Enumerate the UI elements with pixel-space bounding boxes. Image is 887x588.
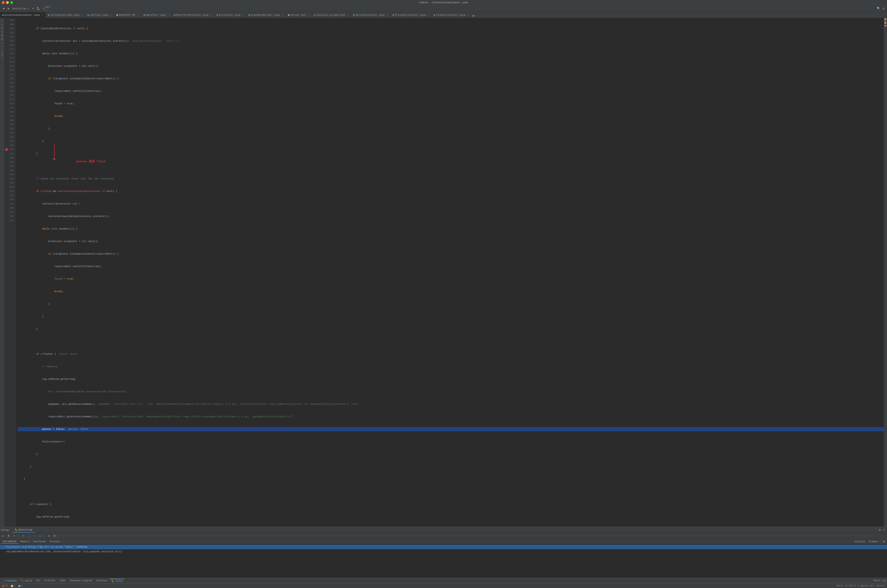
- tab-servletcontext[interactable]: ServletContext.java ×: [351, 12, 390, 18]
- debug-frame-validatemanifest[interactable]: validateManifestResources:334, Extension…: [0, 549, 887, 554]
- close-button[interactable]: [2, 1, 5, 4]
- settings-button[interactable]: ⚙: [881, 6, 885, 10]
- tab-close-icon[interactable]: ×: [42, 14, 43, 16]
- gutter-error-3[interactable]: [884, 26, 886, 27]
- tab-server-xml[interactable]: server.xml ×: [286, 12, 312, 18]
- tab-close-icon[interactable]: ×: [428, 14, 429, 16]
- tab-standardserver[interactable]: StandardServer.java ×: [246, 12, 285, 18]
- gutter-warning-4[interactable]: [884, 23, 886, 24]
- debug-button[interactable]: 🐛: [36, 6, 41, 10]
- debug-filter-button[interactable]: ⊞: [882, 540, 886, 544]
- gutter-warning-1[interactable]: [884, 18, 886, 19]
- debug-run-to-cursor-button[interactable]: ⇥: [38, 534, 42, 538]
- sidebar-pull-requests-icon[interactable]: PR: [0, 26, 4, 30]
- tab-close-icon[interactable]: ×: [347, 14, 348, 16]
- sequence-diagram-button[interactable]: Sequence Diagram: [68, 579, 94, 582]
- tab-catalina-properties[interactable]: catalina.properties ×: [312, 12, 351, 18]
- sidebar-git-icon[interactable]: G: [0, 49, 4, 52]
- build-button[interactable]: 🔨 Build: [19, 579, 34, 583]
- debug-pause-button[interactable]: ⏸: [6, 534, 11, 538]
- maximize-button[interactable]: [10, 1, 13, 4]
- sidebar-json-parser-icon[interactable]: JP: [0, 30, 4, 33]
- tab-jarfile[interactable]: JarFile.java ×: [85, 12, 114, 18]
- tab-close-icon[interactable]: ×: [137, 14, 139, 16]
- tab-close-icon[interactable]: ×: [282, 14, 283, 16]
- sidebar-structure-icon[interactable]: S: [0, 23, 4, 26]
- profiler-button[interactable]: Profiler: [43, 579, 57, 582]
- gutter-error-2[interactable]: [884, 24, 886, 25]
- tab-manifestresource[interactable]: ManifestResource.java ×: [172, 12, 214, 18]
- breakpoint-334[interactable]: [5, 148, 8, 151]
- tab-label: Manifest.java: [146, 14, 166, 16]
- problems-button[interactable]: ⚠ Problems: [1, 579, 18, 583]
- debug-restore-button[interactable]: ⊞: [53, 534, 57, 538]
- git-status[interactable]: Git: ✓: [47, 6, 51, 10]
- nav-back-button[interactable]: ◀: [2, 6, 6, 10]
- debug-resume-button[interactable]: ▶: [1, 534, 5, 538]
- debug-variables-tab[interactable]: Variables: [1, 540, 18, 544]
- error-icon: ⬤: [2, 585, 5, 587]
- status-warnings-count: ⬤ 2: [11, 585, 15, 587]
- debug-memory-tab[interactable]: Memory: [18, 540, 31, 543]
- debug-step-into-button[interactable]: ↓: [27, 534, 31, 538]
- stop-button[interactable]: ■: [42, 6, 46, 10]
- tab-close-icon[interactable]: ×: [242, 14, 243, 16]
- tab-label: FileDirContext.java: [436, 14, 465, 16]
- tab-extension[interactable]: Extension.java ×: [214, 12, 246, 18]
- debug-overhead-tab[interactable]: Overhead: [31, 540, 47, 543]
- tab-close-icon[interactable]: ×: [110, 14, 111, 16]
- debug-console-tab[interactable]: Console: [852, 540, 867, 543]
- debug-frames-tab[interactable]: Frames: [867, 540, 880, 543]
- debug-step-over-button[interactable]: ↷: [21, 534, 25, 538]
- code-editor[interactable]: if (availableExtensions != null) { Itera…: [16, 18, 884, 527]
- sidebar-bigdata-icon[interactable]: BD: [0, 38, 4, 41]
- tab-proxydircontext[interactable]: ProxyDirContext.java ×: [390, 12, 431, 18]
- nav-forward-button[interactable]: ▶: [6, 6, 11, 10]
- sidebar-tools-icon[interactable]: T: [0, 45, 4, 48]
- sidebar-ant-icon[interactable]: A: [0, 41, 4, 45]
- sidebar-project-icon[interactable]: P: [0, 19, 4, 22]
- gutter-warning-3[interactable]: [884, 22, 886, 22]
- debug-threads-tab[interactable]: Threads: [47, 540, 62, 543]
- sidebar-cookies-icon[interactable]: C: [0, 56, 4, 59]
- tab-close-icon[interactable]: ×: [467, 14, 468, 16]
- event-log-button[interactable]: Event Log: [873, 579, 886, 582]
- debug-stop-button[interactable]: ■: [12, 534, 16, 538]
- code-line-336: }: [18, 452, 884, 456]
- branch-selector[interactable]: Bootstrap ▾: [12, 7, 30, 10]
- tab-jarinputstream[interactable]: JarInputStream.java ×: [46, 12, 85, 18]
- todo-button[interactable]: TODO: [58, 579, 67, 582]
- debug-session-tab[interactable]: 🐛 Bootstrap: [12, 528, 35, 532]
- debug-close-button[interactable]: ×: [882, 528, 886, 532]
- sidebar-database-icon[interactable]: DB: [0, 34, 4, 37]
- debug-evaluate-button[interactable]: ≡: [47, 534, 51, 538]
- debug-frame-running[interactable]: ✓ "localhost-startStop-1"@1,877 in group…: [0, 544, 887, 549]
- terminal-button[interactable]: Terminal: [94, 579, 109, 582]
- tab-close-icon[interactable]: ×: [81, 14, 83, 16]
- search-button[interactable]: 🔍: [876, 6, 881, 10]
- more-tabs-button[interactable]: ≫: [471, 14, 476, 18]
- code-container[interactable]: 304 305 306 307 308 309 310 311 312 313 …: [5, 18, 887, 527]
- tab-close-icon[interactable]: ×: [308, 14, 309, 16]
- tab-manifest-mf[interactable]: MANIFEST.MF ×: [114, 12, 141, 18]
- line-num-334-bp: 334: [5, 147, 14, 152]
- debug-settings-button[interactable]: ⚙: [878, 528, 882, 532]
- bottom-action-bar: ⚠ Problems 🔨 Build Git Profiler TODO Seq…: [0, 578, 887, 584]
- debug-step-out-button[interactable]: ↑: [32, 534, 36, 538]
- git-button[interactable]: Git: [35, 579, 42, 582]
- debug-bottom-button[interactable]: 🐛 Debug: [110, 579, 124, 583]
- gutter-warning-2[interactable]: [884, 20, 886, 20]
- run-button[interactable]: ▶: [31, 6, 36, 10]
- tab-close-icon[interactable]: ×: [386, 14, 388, 16]
- tab-filedircontext[interactable]: FileDirContext.java ×: [431, 12, 471, 18]
- tab-extensionvalidator[interactable]: ExtensionValidator.java ×: [0, 12, 46, 18]
- gutter-warning-5[interactable]: [884, 25, 886, 26]
- tab-close-icon[interactable]: ×: [210, 14, 212, 16]
- tab-manifest-java[interactable]: Manifest.java ×: [141, 12, 172, 18]
- sidebar-art-icon[interactable]: Art: [0, 52, 4, 56]
- gutter-error-1[interactable]: [884, 21, 886, 21]
- code-line-316: // check the container level list for th…: [18, 177, 884, 181]
- minimize-button[interactable]: [6, 1, 9, 4]
- tab-type-indicator: [87, 14, 89, 16]
- tab-close-icon[interactable]: ×: [168, 14, 169, 16]
